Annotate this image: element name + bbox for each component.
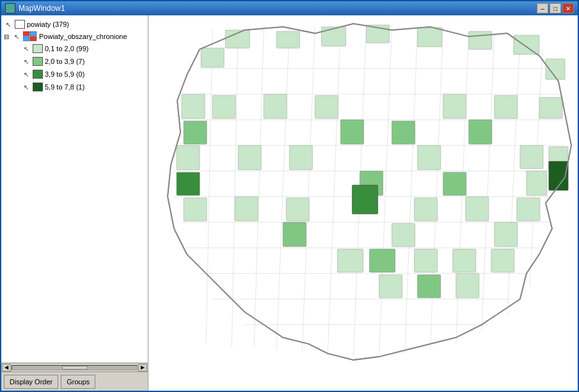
svg-rect-35 xyxy=(469,31,492,49)
svg-rect-43 xyxy=(495,95,518,118)
layer1-label: powiaty (379) xyxy=(27,20,69,28)
collapse-icon[interactable]: ⊟ xyxy=(4,33,10,40)
svg-rect-65 xyxy=(466,196,489,221)
svg-rect-53 xyxy=(520,145,543,168)
label-0: 0,1 to 2,0 (99) xyxy=(45,45,89,52)
svg-rect-67 xyxy=(283,223,306,247)
svg-rect-74 xyxy=(491,249,514,272)
title-controls: – □ ✕ xyxy=(537,3,574,13)
scroll-right-button[interactable]: ▶ xyxy=(138,364,147,372)
scrollbar-track[interactable] xyxy=(12,365,138,370)
svg-rect-66 xyxy=(517,198,540,221)
list-item[interactable]: ↖ 2,0 to 3,9 (7) xyxy=(3,55,147,68)
svg-rect-63 xyxy=(286,198,309,221)
label-3: 5,9 to 7,8 (1) xyxy=(45,83,84,91)
svg-rect-34 xyxy=(418,27,442,47)
svg-rect-32 xyxy=(321,27,345,46)
scroll-left-button[interactable]: ◀ xyxy=(2,364,11,372)
cursor-icon: ↖ xyxy=(22,70,31,79)
horizontal-scrollbar[interactable]: ◀ ▶ xyxy=(1,363,148,372)
list-item[interactable]: ⊟ ↖ Powiaty_obszary_chronione xyxy=(3,31,147,42)
svg-rect-60 xyxy=(352,185,377,214)
cursor-icon: ↖ xyxy=(22,44,31,53)
swatch-3 xyxy=(33,82,43,91)
svg-rect-3 xyxy=(30,36,36,41)
svg-rect-31 xyxy=(276,31,299,48)
svg-rect-1 xyxy=(30,31,36,36)
poland-map xyxy=(148,15,578,391)
svg-rect-73 xyxy=(453,249,476,272)
svg-rect-71 xyxy=(337,249,363,272)
svg-rect-51 xyxy=(289,145,312,169)
svg-rect-64 xyxy=(415,198,438,221)
scrollbar-thumb[interactable] xyxy=(62,366,88,370)
svg-rect-2 xyxy=(23,36,29,41)
cursor-icon: ↖ xyxy=(4,20,13,29)
list-item[interactable]: ↖ powiaty (379) xyxy=(3,18,147,31)
svg-rect-62 xyxy=(235,196,258,221)
svg-rect-75 xyxy=(379,275,402,298)
legend-area: ↖ powiaty (379) ⊟ ↖ xyxy=(1,15,148,363)
groups-button[interactable]: Groups xyxy=(61,375,95,389)
cursor-icon: ↖ xyxy=(22,82,31,91)
svg-rect-46 xyxy=(340,120,363,144)
svg-rect-50 xyxy=(238,145,261,169)
sidebar: ↖ powiaty (379) ⊟ ↖ xyxy=(1,15,148,391)
label-1: 2,0 to 3,9 (7) xyxy=(45,58,84,65)
svg-rect-42 xyxy=(443,94,466,118)
sidebar-bottom: Display Order Groups xyxy=(1,372,148,391)
svg-rect-69 xyxy=(495,223,518,247)
swatch-2 xyxy=(33,70,43,79)
window-title: MapWindow1 xyxy=(19,4,65,13)
close-button[interactable]: ✕ xyxy=(562,3,574,13)
svg-rect-47 xyxy=(392,121,415,144)
minimize-button[interactable]: – xyxy=(537,3,548,13)
svg-rect-77 xyxy=(456,274,479,298)
svg-rect-29 xyxy=(201,48,224,67)
svg-rect-0 xyxy=(23,31,29,36)
swatch-0 xyxy=(33,44,43,53)
label-2: 3,9 to 5,9 (0) xyxy=(45,70,84,78)
svg-rect-39 xyxy=(212,95,235,118)
svg-rect-38 xyxy=(182,94,205,118)
layer2-label: Powiaty_obszary_chronione xyxy=(39,33,127,40)
svg-rect-48 xyxy=(469,120,492,144)
svg-rect-61 xyxy=(184,198,207,221)
svg-rect-56 xyxy=(177,172,200,195)
svg-rect-58 xyxy=(443,172,466,195)
svg-rect-52 xyxy=(418,145,441,169)
svg-rect-44 xyxy=(539,97,562,118)
main-content: ↖ powiaty (379) ⊟ ↖ xyxy=(1,15,578,391)
title-bar: MapWindow1 – □ ✕ xyxy=(1,1,578,15)
svg-rect-70 xyxy=(370,249,395,272)
cursor-icon: ↖ xyxy=(22,57,31,66)
svg-rect-41 xyxy=(315,95,338,118)
list-item[interactable]: ↖ 0,1 to 2,0 (99) xyxy=(3,42,147,55)
window-icon xyxy=(5,3,15,13)
swatch-1 xyxy=(33,57,43,66)
svg-rect-72 xyxy=(415,249,438,272)
svg-rect-59 xyxy=(527,171,547,195)
svg-rect-36 xyxy=(514,35,539,54)
list-item[interactable]: ↖ 5,9 to 7,8 (1) xyxy=(3,81,147,93)
svg-rect-68 xyxy=(392,224,415,247)
maximize-button[interactable]: □ xyxy=(550,3,561,13)
svg-rect-45 xyxy=(184,121,207,144)
cursor-icon: ↖ xyxy=(12,32,21,41)
layer2-icon xyxy=(23,31,37,42)
svg-rect-49 xyxy=(177,145,200,169)
list-item[interactable]: ↖ 3,9 to 5,9 (0) xyxy=(3,68,147,81)
layer1-swatch xyxy=(15,20,25,29)
svg-rect-40 xyxy=(264,94,287,118)
map-window: MapWindow1 – □ ✕ ↖ powiaty (379) ⊟ ↖ xyxy=(0,0,579,392)
map-view[interactable] xyxy=(148,15,578,391)
svg-rect-76 xyxy=(418,275,441,298)
display-order-button[interactable]: Display Order xyxy=(4,375,58,389)
